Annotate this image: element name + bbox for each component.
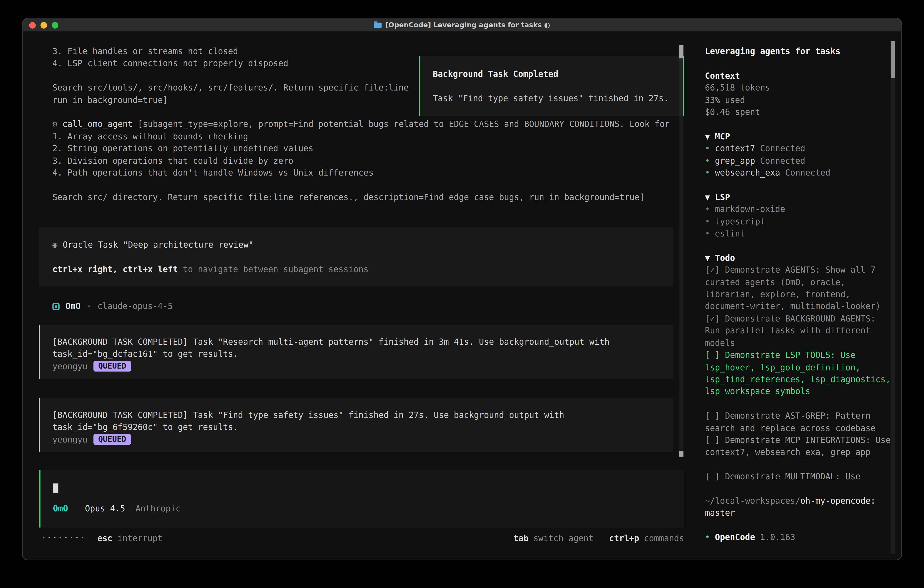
bullet-icon: •: [705, 144, 710, 153]
context-tokens: 66,518 tokens: [705, 82, 893, 94]
blank-line: [705, 519, 893, 531]
esc-key: esc: [97, 533, 112, 543]
input-meta: OmO Opus 4.5 Anthropic: [53, 502, 672, 514]
tool-prompt-item: 1. Array access without bounds checking: [39, 130, 684, 142]
queued-message: [BACKGROUND TASK COMPLETED] Task "Resear…: [39, 325, 673, 378]
workspace-repo: oh-my-opencode:: [800, 496, 876, 505]
message-line: task_id="bg_6f59260c" to get results.: [52, 421, 661, 433]
toast-title: Background Task Completed: [433, 68, 670, 80]
blank-line: [705, 239, 893, 252]
lsp-name: typescript: [715, 216, 765, 226]
oracle-title-text: Oracle Task "Deep architecture review": [63, 240, 254, 249]
bullet-icon: •: [705, 229, 710, 238]
todo-section-heading[interactable]: ▼ Todo: [705, 252, 893, 264]
bullet-icon: •: [705, 156, 710, 165]
text-cursor: [53, 484, 58, 493]
blank-line: [705, 118, 893, 130]
todo-item: [ ] Demonstrate MCP INTEGRATIONS: Use co…: [705, 434, 893, 458]
blank-line: [705, 179, 893, 191]
background-task-toast[interactable]: Background Task Completed Task "Find typ…: [419, 56, 684, 116]
tool-footer-line: Search src/ directory. Return specific f…: [39, 191, 684, 203]
chevron-down-icon: ▼: [705, 192, 710, 202]
spinner-dots: ••••••••: [42, 532, 87, 544]
gear-icon: ⚙: [52, 119, 57, 129]
todo-item: [✓] Demonstrate BACKGROUND AGENTS: Run p…: [705, 312, 893, 349]
subagent-nav-hint: ctrl+x right, ctrl+x left to navigate be…: [52, 263, 660, 275]
input-model-name: Opus 4.5: [85, 504, 125, 513]
todo-heading-label: Todo: [715, 253, 735, 263]
scrollbar-thumb-bottom[interactable]: [679, 451, 683, 457]
mcp-heading-label: MCP: [715, 131, 730, 141]
chevron-down-icon: ▼: [705, 253, 710, 263]
mcp-name: websearch_exa: [715, 168, 780, 178]
agent-icon: [52, 303, 59, 310]
status-bar: •••••••• esc interrupt tab switch agent …: [42, 532, 684, 544]
mcp-name: context7: [715, 144, 755, 153]
workspace-path: ~/local-workspaces/oh-my-opencode: maste…: [705, 495, 893, 519]
lsp-section-heading[interactable]: ▼ LSP: [705, 191, 893, 203]
chat-area: Background Task Completed Task "Find typ…: [23, 31, 696, 560]
tool-prompt-item: 4. Path operations that don't handle Win…: [39, 167, 684, 179]
hint-text: to navigate between subagent sessions: [183, 264, 368, 274]
esc-hint: esc interrupt: [97, 532, 163, 544]
message-meta: yeongyu QUEUED: [52, 433, 661, 446]
input-provider-name: Anthropic: [135, 504, 181, 513]
sidebar-scrollbar[interactable]: [891, 41, 895, 554]
lsp-item: •eslint: [705, 227, 893, 239]
ctrl-p-key: ctrl+p: [609, 532, 639, 544]
esc-label: interrupt: [117, 533, 163, 543]
bullet-icon: •: [705, 216, 710, 226]
message-line: task_id="bg_dcfac161" to get results.: [52, 348, 661, 360]
oracle-task-title: ◉Oracle Task "Deep architecture review": [52, 239, 660, 251]
chat-scrollback: 3. File handles or streams not closed 4.…: [39, 45, 684, 527]
mcp-section-heading[interactable]: ▼ MCP: [705, 130, 893, 142]
queued-message: [BACKGROUND TASK COMPLETED] Task "Find t…: [39, 398, 673, 452]
todo-item: [ ] Demonstrate MULTIMODAL: Use: [705, 471, 893, 482]
todo-item: [ ] Demonstrate LSP TOOLS: Use lsp_hover…: [705, 349, 893, 398]
oracle-icon: ◉: [52, 240, 57, 249]
terminal-line: 3. File handles or streams not closed: [39, 45, 684, 57]
blank-line: [39, 179, 684, 191]
oracle-task-panel: ◉Oracle Task "Deep architecture review" …: [39, 228, 673, 287]
tab-label: switch agent: [533, 532, 594, 544]
lsp-name: markdown-oxide: [715, 205, 785, 214]
terminal-window: [OpenCode] Leveraging agents for tasks ◐…: [22, 18, 902, 560]
window-body: Background Task Completed Task "Find typ…: [23, 31, 901, 560]
mcp-item: •websearch_exaConnected: [705, 167, 893, 179]
folder-icon: [374, 22, 382, 28]
blank-line: [705, 482, 893, 495]
chevron-down-icon: ▼: [705, 131, 710, 141]
version-row: •OpenCode 1.0.163: [705, 531, 893, 543]
sidebar-scrollbar-thumb[interactable]: [891, 41, 895, 78]
lsp-item: •markdown-oxide: [705, 203, 893, 215]
context-used: 33% used: [705, 94, 893, 106]
bullet-icon: •: [705, 205, 710, 214]
mcp-status: Connected: [760, 144, 805, 153]
chat-scrollbar[interactable]: [679, 45, 683, 457]
toast-body: Task "Find type safety issues" finished …: [433, 92, 670, 104]
prompt-input[interactable]: OmO Opus 4.5 Anthropic: [39, 470, 684, 528]
scrollbar-thumb[interactable]: [679, 45, 683, 58]
agent-model: claude-opus-4-5: [97, 301, 173, 312]
ctrl-p-label: commands: [644, 532, 684, 544]
mcp-status: Connected: [785, 168, 830, 178]
mcp-status: Connected: [760, 156, 805, 165]
app-name: OpenCode: [715, 532, 755, 542]
context-spent: $0.46 spent: [705, 106, 893, 118]
titlebar[interactable]: [OpenCode] Leveraging agents for tasks ◐: [23, 18, 901, 31]
queued-badge: QUEUED: [94, 361, 131, 371]
tab-key: tab: [514, 532, 529, 544]
tool-args: [subagent_type=explore, prompt=Find pote…: [138, 119, 670, 129]
context-heading: Context: [705, 69, 893, 82]
mcp-item: •context7Connected: [705, 142, 893, 154]
lsp-item: •typescript: [705, 215, 893, 227]
status-right: tab switch agent ctrl+p commands: [514, 532, 684, 544]
bullet-icon: •: [705, 168, 710, 178]
window-title-text: [OpenCode] Leveraging agents for tasks ◐: [385, 19, 550, 31]
tool-name: call_omo_agent: [63, 119, 133, 129]
todo-item: [ ] Demonstrate AST-GREP: Pattern search…: [705, 410, 893, 434]
bullet-icon: •: [705, 532, 710, 542]
input-cursor-row[interactable]: [53, 482, 672, 494]
tool-prompt-item: 2. String operations on potentially unde…: [39, 142, 684, 154]
queued-badge: QUEUED: [94, 434, 131, 445]
